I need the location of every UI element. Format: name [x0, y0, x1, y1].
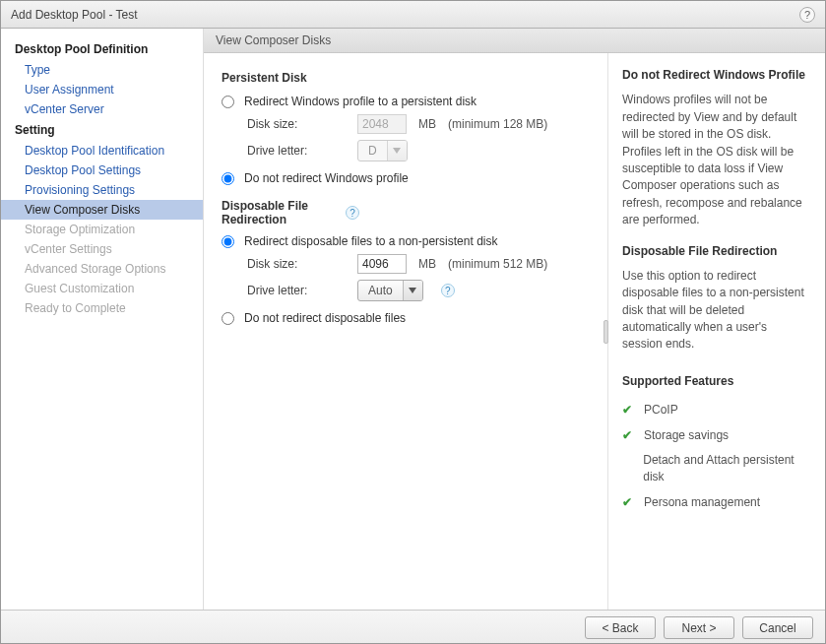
persistent-driveletter-label: Drive letter: — [247, 144, 346, 158]
feature-label: Storage savings — [644, 427, 729, 444]
persistent-heading: Persistent Disk — [222, 71, 590, 85]
window-title: Add Desktop Pool - Test — [11, 8, 138, 22]
disposable-heading: Disposable File Redirection — [222, 199, 340, 226]
splitter-handle[interactable] — [604, 320, 608, 344]
help-icon[interactable]: ? — [799, 7, 815, 23]
radio-persistent-redirect[interactable] — [222, 96, 234, 108]
info-heading-disposable: Disposable File Redirection — [622, 243, 809, 260]
sidebar-item-vcenter-settings: vCenter Settings — [1, 239, 203, 259]
persistent-driveletter-select[interactable]: D — [357, 140, 408, 161]
feature-label: PCoIP — [644, 402, 678, 419]
feature-row: ✔ PCoIP — [622, 398, 809, 422]
dialog-body: Desktop Pool Definition Type User Assign… — [1, 29, 825, 610]
svg-marker-1 — [409, 288, 416, 293]
titlebar: Add Desktop Pool - Test ? — [1, 1, 825, 29]
check-icon: ✔ — [622, 402, 636, 419]
info-heading-features: Supported Features — [622, 373, 809, 390]
disposable-driveletter-value: Auto — [358, 284, 403, 297]
sidebar-item-type[interactable]: Type — [1, 60, 203, 80]
feature-label: Persona management — [644, 494, 760, 511]
check-icon: ✔ — [622, 494, 636, 511]
sidebar-item-storage-optimization: Storage Optimization — [1, 220, 203, 239]
back-button[interactable]: < Back — [585, 616, 656, 639]
next-button[interactable]: Next > — [664, 616, 734, 639]
feature-label: Detach and Attach persistent disk — [643, 452, 809, 486]
sidebar-item-pool-identification[interactable]: Desktop Pool Identification — [1, 141, 203, 161]
chevron-down-icon — [387, 141, 407, 161]
main-panel: View Composer Disks Persistent Disk Redi… — [204, 29, 825, 610]
svg-marker-0 — [393, 148, 401, 154]
radio-persistent-noredirect[interactable] — [222, 172, 234, 185]
sidebar-item-provisioning-settings[interactable]: Provisioning Settings — [1, 180, 203, 200]
feature-row: ✔ Storage savings — [622, 423, 809, 448]
disposable-disksize-input[interactable] — [357, 254, 407, 274]
sidebar-item-vcenter-server[interactable]: vCenter Server — [1, 99, 203, 119]
info-heading-profile: Do not Redirect Windows Profile — [622, 67, 809, 84]
wizard-sidebar: Desktop Pool Definition Type User Assign… — [1, 29, 204, 610]
sidebar-section-setting: Setting — [1, 119, 203, 141]
disposable-disksize-hint: (minimum 512 MB) — [448, 257, 547, 271]
panel-body: Persistent Disk Redirect Windows profile… — [204, 53, 825, 610]
sidebar-item-advanced-storage: Advanced Storage Options — [1, 259, 203, 279]
sidebar-item-pool-settings[interactable]: Desktop Pool Settings — [1, 161, 203, 180]
persistent-disksize-unit: MB — [418, 117, 436, 131]
radio-disposable-redirect-label: Redirect disposable files to a non-persi… — [244, 234, 497, 248]
disposable-disksize-label: Disk size: — [247, 257, 346, 271]
info-text-profile: Windows profiles will not be redirected … — [622, 92, 809, 228]
check-icon: ✔ — [622, 427, 636, 444]
sidebar-item-user-assignment[interactable]: User Assignment — [1, 80, 203, 99]
info-text-disposable: Use this option to redirect disposable f… — [622, 268, 809, 354]
help-icon[interactable]: ? — [346, 206, 359, 220]
radio-disposable-redirect[interactable] — [222, 235, 234, 248]
radio-persistent-noredirect-label: Do not redirect Windows profile — [244, 171, 409, 185]
sidebar-section-definition: Desktop Pool Definition — [1, 38, 203, 60]
panel-title: View Composer Disks — [204, 29, 825, 53]
persistent-disksize-label: Disk size: — [247, 117, 346, 131]
help-icon[interactable]: ? — [441, 284, 455, 297]
persistent-disksize-input[interactable] — [357, 114, 407, 134]
form-area: Persistent Disk Redirect Windows profile… — [204, 53, 608, 610]
disposable-driveletter-label: Drive letter: — [247, 284, 346, 297]
feature-row: ✔ Persona management — [622, 490, 809, 515]
persistent-driveletter-value: D — [358, 144, 387, 158]
radio-disposable-noredirect[interactable] — [222, 312, 234, 325]
persistent-disksize-hint: (minimum 128 MB) — [448, 117, 547, 131]
disposable-disksize-unit: MB — [418, 257, 436, 271]
sidebar-item-ready-complete: Ready to Complete — [1, 298, 203, 318]
dialog-footer: < Back Next > Cancel — [1, 610, 825, 644]
radio-persistent-redirect-label: Redirect Windows profile to a persistent… — [244, 95, 477, 108]
radio-disposable-noredirect-label: Do not redirect disposable files — [244, 311, 406, 325]
feature-row: ✔ Detach and Attach persistent disk — [622, 448, 809, 490]
disposable-driveletter-select[interactable]: Auto — [357, 280, 423, 301]
sidebar-item-guest-customization: Guest Customization — [1, 279, 203, 298]
sidebar-item-view-composer-disks[interactable]: View Composer Disks — [1, 200, 203, 220]
chevron-down-icon — [403, 281, 422, 300]
info-panel: Do not Redirect Windows Profile Windows … — [608, 53, 825, 610]
cancel-button[interactable]: Cancel — [742, 616, 813, 639]
